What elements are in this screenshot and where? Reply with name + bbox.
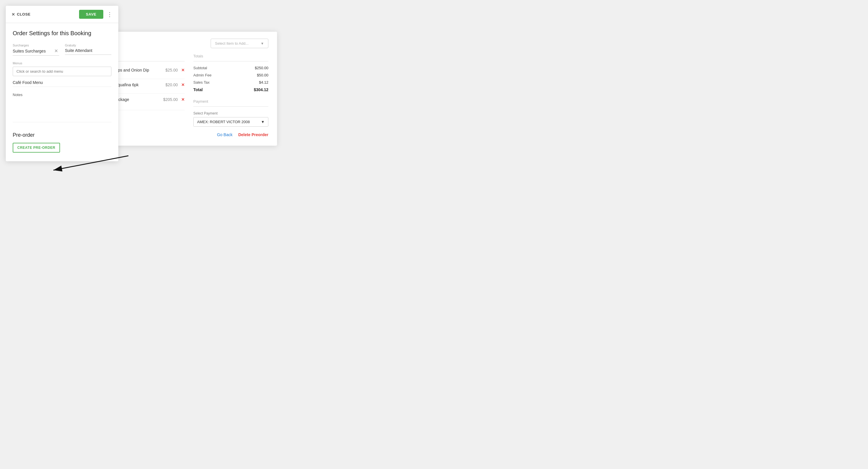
payment-select-dropdown[interactable]: AMEX: ROBERT VICTOR 2008 ▼ — [193, 117, 268, 127]
payment-header: Payment — [193, 99, 268, 107]
cart-item-right-2: $20.00 ✕ — [165, 83, 185, 87]
create-preorder-button[interactable]: CREATE PRE-ORDER — [13, 143, 60, 153]
payment-select-value: AMEX: ROBERT VICTOR 2008 — [197, 120, 250, 124]
gratuity-value-row: Suite Attendant — [65, 48, 112, 55]
gratuity-field: Gratuity Suite Attendant — [65, 43, 112, 56]
left-panel: ✕ CLOSE SAVE ⋮ Order Settings for this B… — [6, 6, 118, 161]
menus-section: Menus Café Food Menu — [13, 61, 112, 87]
select-payment-label: Select Payment — [193, 111, 268, 115]
subtotal-row: Subtotal $250.00 — [193, 64, 268, 71]
panel-header: ✕ CLOSE SAVE ⋮ — [6, 6, 118, 23]
sales-tax-label: Sales Tax — [193, 80, 210, 85]
admin-fee-label: Admin Fee — [193, 73, 212, 77]
sales-tax-row: Sales Tax $4.12 — [193, 79, 268, 86]
cart-item-price-2: $20.00 — [165, 83, 178, 87]
surcharges-label: Surcharges — [13, 43, 59, 47]
notes-label: Notes — [13, 93, 112, 97]
cart-item-right-3: $205.00 ✕ — [163, 97, 185, 102]
surcharges-clear-icon[interactable]: ✕ — [53, 48, 59, 54]
menu-item-cafe: Café Food Menu — [13, 79, 112, 87]
dropdown-arrow-icon: ▼ — [260, 41, 264, 45]
payment-section: Payment Select Payment AMEX: ROBERT VICT… — [193, 99, 268, 137]
gratuity-value: Suite Attendant — [65, 48, 112, 53]
sales-tax-value: $4.12 — [259, 80, 268, 85]
totals-header: Totals — [193, 54, 268, 61]
go-back-button[interactable]: Go Back — [217, 132, 232, 137]
cart-item-remove-2[interactable]: ✕ — [181, 83, 185, 87]
total-row: Total $304.12 — [193, 86, 268, 93]
surcharges-value-row: Suites Surcharges ✕ — [13, 48, 59, 56]
payment-dropdown-arrow-icon: ▼ — [261, 120, 265, 124]
subtotal-value: $250.00 — [255, 66, 268, 70]
more-options-icon[interactable]: ⋮ — [107, 11, 113, 18]
page-wrapper: ✕ CLOSE SAVE ⋮ Order Settings for this B… — [6, 6, 280, 231]
preorder-title: Pre-order — [13, 132, 112, 138]
surcharges-field: Surcharges Suites Surcharges ✕ — [13, 43, 59, 56]
menus-search-input[interactable] — [13, 67, 112, 76]
admin-fee-row: Admin Fee $50.00 — [193, 71, 268, 79]
menus-label: Menus — [13, 61, 112, 65]
admin-fee-value: $50.00 — [257, 73, 268, 77]
surcharges-gratuity-row: Surcharges Suites Surcharges ✕ Gratuity … — [13, 43, 112, 56]
delete-preorder-button[interactable]: Delete Preorder — [238, 132, 268, 137]
preorder-section: Pre-order CREATE PRE-ORDER — [13, 132, 112, 153]
cart-item-remove-3[interactable]: ✕ — [181, 97, 185, 102]
notes-section: Notes — [13, 93, 112, 123]
gratuity-label: Gratuity — [65, 43, 112, 47]
panel-title: Order Settings for this Booking — [13, 30, 112, 37]
close-label: CLOSE — [17, 12, 31, 17]
cart-item-remove-1[interactable]: ✕ — [181, 68, 185, 72]
header-actions: SAVE ⋮ — [79, 10, 113, 19]
subtotal-label: Subtotal — [193, 66, 207, 70]
panel-body: Order Settings for this Booking Surcharg… — [6, 23, 118, 161]
select-item-dropdown[interactable]: Select Item to Add... ▼ — [211, 39, 268, 48]
surcharges-value: Suites Surcharges — [13, 49, 53, 53]
save-button[interactable]: SAVE — [79, 10, 103, 19]
payment-actions: Go Back Delete Preorder — [193, 132, 268, 137]
close-button[interactable]: ✕ CLOSE — [11, 12, 31, 17]
notes-input[interactable] — [13, 99, 112, 122]
total-value: $304.12 — [254, 87, 268, 92]
cart-item-price-1: $25.00 — [165, 68, 178, 72]
totals-section: Totals Subtotal $250.00 Admin Fee $50.00… — [193, 54, 268, 137]
cart-item-price-3: $205.00 — [163, 97, 178, 102]
select-item-label: Select Item to Add... — [215, 41, 248, 45]
close-x-icon: ✕ — [11, 12, 15, 17]
total-label: Total — [193, 87, 203, 92]
cart-item-right-1: $25.00 ✕ — [165, 68, 185, 72]
